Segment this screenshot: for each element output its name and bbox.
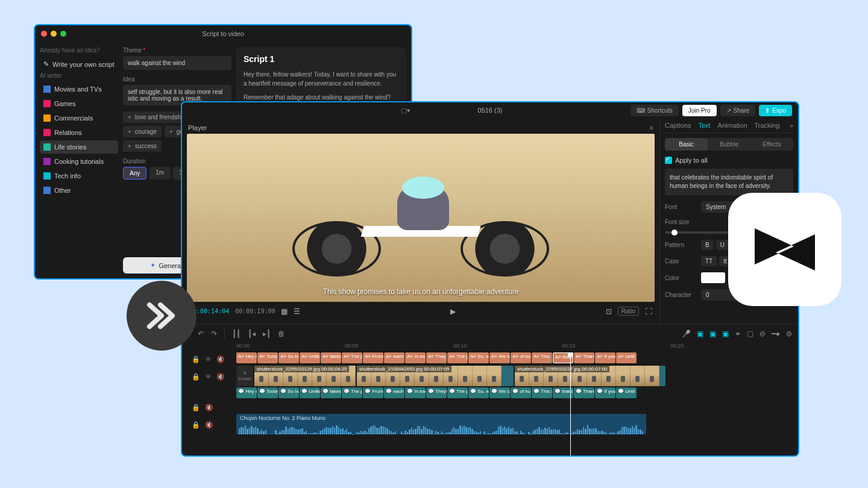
- text-clip[interactable]: A≡ So, w: [468, 352, 489, 363]
- dur-any[interactable]: Any: [123, 167, 146, 180]
- maximize-button[interactable]: [60, 31, 66, 37]
- text-clip[interactable]: A≡ Thank: [574, 352, 594, 363]
- apply-to-all[interactable]: Apply to all: [665, 157, 793, 164]
- mute-icon[interactable]: 🔇: [205, 404, 213, 411]
- tag-courage[interactable]: courage: [123, 126, 162, 137]
- audio-clip[interactable]: 💬 Today: [257, 387, 278, 398]
- mute-icon[interactable]: 🔇: [216, 355, 225, 363]
- delete-icon[interactable]: 🗑: [278, 330, 285, 338]
- write-own-script[interactable]: Write your own script: [40, 57, 118, 71]
- snap-icon-1[interactable]: ▣: [697, 330, 703, 338]
- video-clip[interactable]: shutterstock_2255010237.jpg 00:00:07:00: [515, 366, 665, 386]
- theme-input[interactable]: walk against the wind: [123, 56, 231, 70]
- undo-icon[interactable]: ↶: [198, 330, 204, 338]
- audio-clip[interactable]: 💬 They!: [426, 387, 447, 398]
- export-button[interactable]: Expo: [759, 105, 792, 116]
- audio-clip[interactable]: 💬 Hey e: [236, 387, 257, 398]
- tab-captions[interactable]: Captions: [665, 122, 691, 129]
- eye-icon[interactable]: 👁: [205, 373, 212, 380]
- text-clip[interactable]: A≡ They: [426, 352, 447, 363]
- video-preview[interactable]: This show promises to take us on an unfo…: [187, 134, 655, 302]
- audio-clip[interactable]: 💬 of hu: [511, 387, 531, 398]
- trim-right-icon[interactable]: ▸┃: [263, 330, 271, 338]
- text-clip[interactable]: A≡ This: [532, 352, 552, 363]
- text-clip[interactable]: A≡ takes: [321, 352, 341, 363]
- preview-icon[interactable]: ▢: [747, 330, 753, 338]
- lock-icon[interactable]: 🔒: [192, 404, 200, 411]
- uppercase-button[interactable]: TT: [701, 256, 717, 266]
- audio-clip[interactable]: 💬 Thank: [574, 387, 594, 398]
- music-clip[interactable]: Chopin Nocturne No. 2 Piano Mono: [236, 414, 646, 434]
- ratio-button[interactable]: Ratio: [618, 307, 639, 316]
- cover-slot[interactable]: ✎Cover: [236, 366, 253, 386]
- player-menu-icon[interactable]: [650, 124, 653, 131]
- dur-1m[interactable]: 1m: [149, 167, 170, 180]
- playhead[interactable]: [570, 352, 571, 455]
- text-clip[interactable]: A≡ Toda: [257, 352, 278, 363]
- tag-success[interactable]: success: [123, 140, 162, 152]
- text-clip[interactable]: A≡ The p: [342, 352, 362, 363]
- text-clip[interactable]: A≡ The g: [447, 352, 468, 363]
- crop-icon[interactable]: ⊡: [606, 307, 612, 316]
- video-clip[interactable]: shutterstock_2255010129.jpg 00:00:04:25: [254, 366, 356, 386]
- text-clip[interactable]: A≡ Hey e: [236, 352, 257, 363]
- redo-icon[interactable]: ↷: [211, 330, 217, 338]
- audio-clip[interactable]: 💬 We ca: [489, 387, 510, 398]
- audio-clip[interactable]: 💬 The p: [342, 387, 362, 398]
- text-clip[interactable]: A≡ So bu: [278, 352, 299, 363]
- audio-clip[interactable]: 💬 takes: [321, 387, 341, 398]
- settings-icon[interactable]: ⊚: [786, 330, 792, 338]
- eye-icon[interactable]: 👁: [205, 355, 212, 363]
- color-swatch[interactable]: [701, 272, 725, 283]
- tab-animation[interactable]: Animation: [718, 122, 747, 129]
- mute-icon[interactable]: 🔇: [216, 373, 225, 381]
- underline-button[interactable]: U: [716, 240, 729, 250]
- text-clip[interactable]: A≡ Until: [616, 352, 637, 363]
- sidebar-item-commercials[interactable]: Commercials: [40, 111, 118, 125]
- aspect-icon[interactable]: ▢▾: [401, 107, 410, 114]
- zoom-slider[interactable]: ━●: [772, 330, 780, 338]
- text-clip[interactable]: A≡ If you: [595, 352, 615, 363]
- sidebar-item-life-stories[interactable]: Life stories: [40, 140, 118, 154]
- close-button[interactable]: [41, 31, 47, 37]
- list-icon[interactable]: ☰: [294, 307, 300, 316]
- tab-tracking[interactable]: Tracking: [755, 122, 780, 129]
- sidebar-item-other[interactable]: Other: [40, 184, 118, 197]
- audio-clip[interactable]: 💬 So, wh: [468, 387, 489, 398]
- sidebar-item-tech[interactable]: Tech info: [40, 169, 118, 183]
- snap-icon-2[interactable]: ▣: [709, 330, 716, 338]
- text-clip[interactable]: A≡ From: [363, 352, 383, 363]
- audio-clip[interactable]: 💬 Unlike: [300, 387, 320, 398]
- subtab-effects[interactable]: Effects: [750, 138, 793, 151]
- subtab-bubble[interactable]: Bubble: [708, 138, 750, 151]
- audio-clip[interactable]: 💬 each: [384, 387, 404, 398]
- audio-clip[interactable]: 💬 In eac: [405, 387, 426, 398]
- more-tabs-icon[interactable]: »: [790, 122, 793, 129]
- zoom-out-icon[interactable]: ⊖: [760, 330, 766, 338]
- audio-clip[interactable]: 💬 The g: [447, 387, 468, 398]
- grid-icon[interactable]: ▦: [281, 307, 288, 316]
- sidebar-item-cooking[interactable]: Cooking tutorials: [40, 155, 118, 168]
- tab-text[interactable]: Text: [698, 122, 710, 129]
- lock-icon[interactable]: 🔒: [192, 373, 200, 381]
- audio-clip[interactable]: 💬 From: [363, 387, 383, 398]
- shortcuts-button[interactable]: Shortcuts: [631, 105, 679, 116]
- play-button[interactable]: ▶: [450, 307, 456, 316]
- sidebar-item-relations[interactable]: Relations: [40, 126, 118, 139]
- video-clip[interactable]: shutterstock_2100842653.jpg 00:00:07:05: [357, 366, 514, 386]
- sidebar-item-games[interactable]: Games: [40, 97, 118, 110]
- text-clip[interactable]: A≡ Unlik: [300, 352, 320, 363]
- minimize-button[interactable]: [51, 31, 57, 37]
- caption-text-input[interactable]: that celebrates the indomitable spirit o…: [665, 169, 793, 195]
- fullscreen-icon[interactable]: ⛶: [645, 307, 652, 316]
- mute-icon[interactable]: 🔇: [205, 421, 213, 429]
- audio-clip[interactable]: 💬 This s: [532, 387, 552, 398]
- timeline-ruler[interactable]: 00:00 00:05 00:10 00:15 00:20: [182, 343, 798, 352]
- text-clip[interactable]: A≡ We ca: [489, 352, 510, 363]
- split-icon[interactable]: ┃┃: [232, 330, 241, 338]
- subtab-basic[interactable]: Basic: [665, 138, 708, 151]
- lock-icon[interactable]: 🔒: [192, 421, 200, 429]
- audio-clip[interactable]: 💬 So bu: [278, 387, 299, 398]
- text-clip[interactable]: A≡ each: [384, 352, 404, 363]
- text-clip[interactable]: A≡ In ea: [405, 352, 426, 363]
